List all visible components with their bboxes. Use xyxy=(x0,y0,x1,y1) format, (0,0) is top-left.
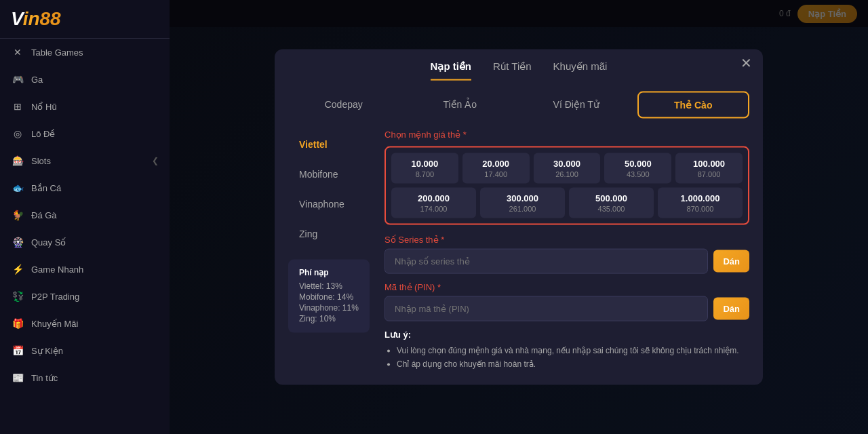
fee-vinaphone: Vinaphone: 11% xyxy=(299,303,359,313)
sidebar-item-lo-de[interactable]: ◎ Lô Đề xyxy=(0,120,170,147)
sidebar-item-su-kien[interactable]: 📅 Sự Kiện xyxy=(0,337,170,364)
sidebar-item-no-hu[interactable]: ⊞ Nổ Hũ xyxy=(0,93,170,120)
sidebar-item-label: Bắn Cá xyxy=(31,183,61,193)
p2p-icon: 💱 xyxy=(11,290,24,303)
notice-list: Vui lòng chọn đúng mệnh giá và nhà mạng,… xyxy=(384,344,749,372)
sidebar-item-label: Tin tức xyxy=(31,373,58,383)
logo-text: Vin88 xyxy=(11,8,159,30)
denomination-grid: 10.000 8.700 20.000 17.400 30.000 26.100 xyxy=(384,146,749,225)
sidebar-item-label: Sự Kiện xyxy=(31,346,63,356)
sidebar-item-ban-ca[interactable]: 🐟 Bắn Cá xyxy=(0,174,170,201)
denom-300000[interactable]: 300.000 261.000 xyxy=(480,188,565,218)
pin-input[interactable] xyxy=(384,296,708,321)
payment-tab-the-cao[interactable]: Thẻ Cào xyxy=(637,92,750,119)
notice-title: Lưu ý: xyxy=(384,330,749,340)
sidebar-item-slots[interactable]: 🎰 Slots ❮ xyxy=(0,147,170,174)
series-input[interactable] xyxy=(384,249,708,274)
pin-paste-button[interactable]: Dán xyxy=(713,298,749,320)
no-hu-icon: ⊞ xyxy=(11,100,24,113)
pin-group: Mã thẻ (PIN) * Dán xyxy=(384,282,749,321)
tab-rut-tien[interactable]: Rút Tiền xyxy=(493,60,532,81)
payment-methods: Codepay Tiền Ảo Ví Điện Tử Thẻ Cào xyxy=(288,92,749,119)
fee-viettel: Viettel: 13% xyxy=(299,281,359,291)
payment-tab-codepay[interactable]: Codepay xyxy=(288,92,399,119)
denomination-label: Chọn mệnh giá thẻ * xyxy=(384,130,749,140)
provider-vinaphone[interactable]: Vinaphone xyxy=(288,189,376,219)
denom-1000000[interactable]: 1.000.000 870.000 xyxy=(658,188,743,218)
denom-500000[interactable]: 500.000 435.000 xyxy=(569,188,654,218)
notice-section: Lưu ý: Vui lòng chọn đúng mệnh giá và nh… xyxy=(384,330,749,372)
slots-icon: 🎰 xyxy=(11,154,24,167)
sidebar: Vin88 ✕ Table Games 🎮 Ga ⊞ Nổ Hũ ◎ Lô Đề… xyxy=(0,0,170,434)
denom-50000[interactable]: 50.000 43.500 xyxy=(604,153,671,184)
tab-nap-tien[interactable]: Nạp tiền xyxy=(431,60,472,81)
provider-mobifone[interactable]: Mobifone xyxy=(288,159,376,189)
da-ga-icon: 🐓 xyxy=(11,208,24,222)
close-button[interactable]: ✕ xyxy=(741,56,752,70)
ban-ca-icon: 🐟 xyxy=(11,181,24,195)
pin-input-row: Dán xyxy=(384,296,749,321)
sidebar-item-label: P2P Trading xyxy=(31,292,79,302)
notice-item-2: Chỉ áp dụng cho khuyến mãi hoàn trả. xyxy=(397,357,749,371)
series-label: Số Series thẻ * xyxy=(384,235,749,245)
game-nhanh-icon: ⚡ xyxy=(11,262,24,276)
khuyen-mai-icon: 🎁 xyxy=(11,317,24,330)
lo-de-icon: ◎ xyxy=(11,127,24,140)
sidebar-item-da-ga[interactable]: 🐓 Đá Gà xyxy=(0,201,170,229)
sidebar-item-label: Table Games xyxy=(31,47,83,58)
su-kien-icon: 📅 xyxy=(11,344,24,357)
provider-viettel[interactable]: Viettel xyxy=(288,130,376,159)
chevron-icon: ❮ xyxy=(152,156,159,165)
table-games-icon: ✕ xyxy=(11,45,24,59)
tab-khuyen-mai[interactable]: Khuyến mãi xyxy=(553,60,608,81)
logo: Vin88 xyxy=(0,0,170,39)
provider-zing[interactable]: Zing xyxy=(288,219,376,249)
denom-200000[interactable]: 200.000 174.000 xyxy=(391,188,476,218)
fee-zing: Zing: 10% xyxy=(299,314,359,323)
modal-tabs: Nạp tiền Rút Tiền Khuyến mãi xyxy=(431,60,608,81)
main-area: 0 đ Nạp Tiền Nạp tiền Rút Tiền Khuyến mã… xyxy=(170,0,868,434)
quay-so-icon: 🎡 xyxy=(11,235,24,249)
sidebar-item-khuyen-mai[interactable]: 🎁 Khuyến Mãi xyxy=(0,310,170,337)
denom-100000[interactable]: 100.000 87.000 xyxy=(675,153,743,184)
sidebar-item-game-nhanh[interactable]: ⚡ Game Nhanh xyxy=(0,256,170,283)
denom-row-2: 200.000 174.000 300.000 261.000 500.000 … xyxy=(391,188,743,218)
denom-row-1: 10.000 8.700 20.000 17.400 30.000 26.100 xyxy=(391,153,743,184)
provider-list: Viettel Mobifone Vinaphone Zing Phí nạp xyxy=(288,130,376,372)
sidebar-item-ga[interactable]: 🎮 Ga xyxy=(0,66,170,93)
sidebar-item-label: Đá Gà xyxy=(31,210,57,220)
sidebar-item-label: Slots xyxy=(31,156,51,166)
series-paste-button[interactable]: Dán xyxy=(713,250,749,273)
sidebar-item-table-games[interactable]: ✕ Table Games xyxy=(0,39,170,66)
series-group: Số Series thẻ * Dán xyxy=(384,235,749,274)
denom-20000[interactable]: 20.000 17.400 xyxy=(462,153,530,184)
payment-tab-tien-ao[interactable]: Tiền Ảo xyxy=(405,92,516,119)
sidebar-item-label: Nổ Hũ xyxy=(31,102,57,112)
form-area: Chọn mệnh giá thẻ * 10.000 8.700 20.000 xyxy=(384,130,749,372)
notice-item-1: Vui lòng chọn đúng mệnh giá và nhà mạng,… xyxy=(397,344,749,357)
pin-label: Mã thẻ (PIN) * xyxy=(384,282,749,292)
sidebar-item-tin-tuc[interactable]: 📰 Tin tức xyxy=(0,364,170,391)
sidebar-item-p2p[interactable]: 💱 P2P Trading xyxy=(0,283,170,310)
sidebar-item-quay-so[interactable]: 🎡 Quay Số xyxy=(0,229,170,256)
sidebar-item-label: Quay Số xyxy=(31,237,66,248)
fee-mobifone: Mobifone: 14% xyxy=(299,292,359,302)
ga-icon: 🎮 xyxy=(11,73,24,86)
fee-title: Phí nạp xyxy=(299,268,359,277)
tin-tuc-icon: 📰 xyxy=(11,371,24,384)
modal-content: Viettel Mobifone Vinaphone Zing Phí nạp xyxy=(288,130,749,372)
deposit-modal: Nạp tiền Rút Tiền Khuyến mãi ✕ Codepay T… xyxy=(275,50,763,385)
sidebar-item-label: Ga xyxy=(31,75,43,85)
denom-10000[interactable]: 10.000 8.700 xyxy=(391,153,458,184)
payment-tab-vi-dien-tu[interactable]: Ví Điện Tử xyxy=(521,92,632,119)
fee-info-box: Phí nạp Viettel: 13% Mobifone: 14% Vinap… xyxy=(288,260,370,333)
sidebar-item-label: Khuyến Mãi xyxy=(31,319,78,329)
series-input-row: Dán xyxy=(384,249,749,274)
modal-body: Codepay Tiền Ảo Ví Điện Tử Thẻ Cào Viett… xyxy=(275,81,763,385)
modal-header: Nạp tiền Rút Tiền Khuyến mãi ✕ xyxy=(275,50,763,81)
sidebar-item-label: Game Nhanh xyxy=(31,264,83,275)
denom-30000[interactable]: 30.000 26.100 xyxy=(534,153,601,184)
sidebar-item-label: Lô Đề xyxy=(31,129,55,139)
